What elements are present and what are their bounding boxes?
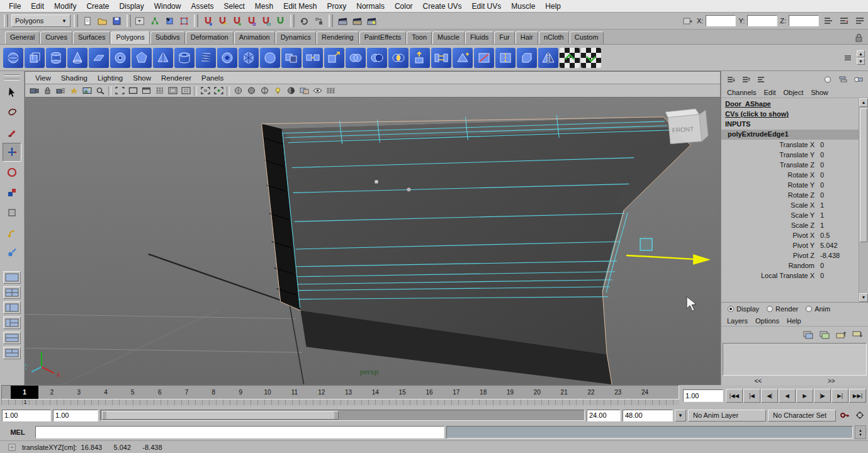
timeline-frame[interactable]: 21: [551, 386, 578, 399]
timeline-frame[interactable]: 9: [227, 386, 254, 399]
timeline-frame[interactable]: 10: [254, 386, 281, 399]
create-empty-layer-icon[interactable]: [802, 328, 815, 341]
channel-value[interactable]: 0: [820, 191, 824, 199]
tab-animation[interactable]: Animation: [234, 31, 275, 44]
tab-deformation[interactable]: Deformation: [186, 31, 234, 44]
collapse-left-button[interactable]: <<: [754, 378, 762, 384]
render-radio[interactable]: Render: [767, 305, 798, 313]
channel-layout-icon[interactable]: [740, 73, 753, 86]
collapse-right-button[interactable]: >>: [828, 378, 835, 384]
toolbox-grip[interactable]: [4, 79, 20, 81]
show-menu[interactable]: Show: [808, 89, 831, 96]
timeline-frame[interactable]: 5: [119, 386, 146, 399]
timeline-frame[interactable]: 4: [93, 386, 120, 399]
menu-item-mesh[interactable]: Mesh: [250, 1, 278, 12]
select-tool[interactable]: [3, 82, 21, 101]
channel-value[interactable]: -8.438: [820, 252, 840, 259]
channel-name[interactable]: Scale Y: [721, 211, 814, 219]
safe-title-icon[interactable]: [179, 85, 192, 96]
show-manipulator-tool[interactable]: [3, 243, 21, 262]
frame-all-icon[interactable]: [199, 85, 211, 96]
timeline-frame[interactable]: 20: [524, 386, 551, 399]
isolate-select-icon[interactable]: [311, 85, 324, 96]
tab-dynamics[interactable]: Dynamics: [276, 31, 316, 44]
menu-item-modify[interactable]: Modify: [49, 1, 81, 12]
shelf-poly-sphere-icon[interactable]: [3, 48, 23, 68]
timeline-frame[interactable]: 18: [470, 386, 497, 399]
character-set-dropdown[interactable]: No Character Set: [768, 410, 836, 422]
rotate-tool[interactable]: [3, 163, 21, 182]
playback-end-field[interactable]: [587, 410, 621, 422]
timeline-frame[interactable]: 3: [65, 386, 93, 399]
shape-node-header[interactable]: Door_AShape: [721, 99, 859, 109]
select-hierarchy-icon[interactable]: [149, 14, 162, 28]
timeline-frame[interactable]: 12: [308, 386, 335, 399]
render-settings-icon[interactable]: [365, 14, 378, 28]
tab-polygons[interactable]: Polygons: [111, 31, 149, 44]
shelf-insert-edge-loop-icon[interactable]: [495, 48, 516, 68]
resolution-gate-icon[interactable]: [127, 85, 139, 96]
step-forward-key-button[interactable]: |▶: [814, 389, 831, 403]
timeline-tick-strip[interactable]: 1: [1, 400, 679, 405]
command-line-scroll[interactable]: ▲▼: [855, 425, 866, 439]
go-to-start-button[interactable]: |◀◀: [726, 389, 743, 403]
timeline-frame[interactable]: 16: [416, 386, 443, 399]
tab-surfaces[interactable]: Surfaces: [73, 31, 110, 44]
universal-manipulator-tool[interactable]: [3, 203, 21, 222]
channel-value[interactable]: 1: [820, 201, 824, 209]
channel-name[interactable]: Scale X: [721, 201, 814, 209]
animation-start-field[interactable]: [2, 410, 51, 422]
go-to-end-button[interactable]: ▶▶|: [849, 389, 866, 403]
tab-custom[interactable]: Custom: [570, 31, 604, 44]
channel-value[interactable]: 0: [820, 262, 824, 269]
shelf-poly-cylinder-icon[interactable]: [46, 48, 66, 68]
menu-item-file[interactable]: File: [4, 1, 26, 12]
shelf-poly-torus-icon[interactable]: [110, 48, 130, 68]
field-chart-icon[interactable]: [153, 85, 166, 96]
channel-value[interactable]: 0: [820, 161, 824, 169]
channel-speed-icon[interactable]: [755, 73, 768, 86]
layer-move-up-icon[interactable]: [835, 328, 848, 341]
timeline-frame[interactable]: 7: [173, 386, 200, 399]
snap-to-grid-icon[interactable]: [201, 14, 215, 28]
section-grip[interactable]: [74, 14, 78, 27]
show-ui-toggle-2-icon[interactable]: [837, 14, 850, 28]
show-ui-toggle-1-icon[interactable]: [821, 14, 835, 28]
section-grip[interactable]: [4, 14, 8, 27]
shelf-extract-icon[interactable]: [324, 48, 344, 68]
tab-rendering[interactable]: Rendering: [317, 31, 359, 44]
input-node-name[interactable]: polyExtrudeEdge1: [721, 130, 859, 140]
channel-name[interactable]: Scale Z: [721, 221, 814, 229]
create-layer-from-selected-icon[interactable]: [818, 328, 831, 341]
channel-name[interactable]: Translate Y: [721, 151, 814, 159]
snap-to-projected-center-icon[interactable]: [245, 14, 258, 28]
bookmark-icon[interactable]: [67, 85, 80, 96]
current-time-field[interactable]: [683, 389, 723, 402]
step-back-frame-button[interactable]: |◀: [743, 389, 760, 403]
scrollbar-thumb[interactable]: [860, 108, 867, 242]
paint-selection-tool[interactable]: [3, 123, 21, 142]
range-slider-track[interactable]: [100, 410, 585, 421]
snap-to-curve-icon[interactable]: [216, 14, 229, 28]
object-menu[interactable]: Object: [780, 89, 806, 96]
scroll-down-icon[interactable]: ▼: [859, 293, 868, 302]
channel-name[interactable]: Pivot Y: [721, 242, 814, 249]
timeline-frame[interactable]: 24: [631, 386, 658, 399]
menu-item-proxy[interactable]: Proxy: [322, 1, 352, 12]
wireframe-display-icon[interactable]: [232, 85, 244, 96]
shelf-scroll-up-icon[interactable]: ▲: [857, 50, 865, 57]
playback-start-field[interactable]: [53, 410, 98, 422]
timeline-playhead[interactable]: 1: [11, 386, 38, 399]
shelf-lock-icon[interactable]: [852, 31, 865, 44]
panel-menu-show[interactable]: Show: [128, 74, 156, 82]
tab-fluids[interactable]: Fluids: [465, 31, 493, 44]
shelf-extrude-icon[interactable]: [410, 48, 430, 68]
toolbox-grip[interactable]: [4, 74, 20, 76]
shelf-poly-pipe-icon[interactable]: [174, 48, 194, 68]
four-pane-layout-button[interactable]: [3, 286, 21, 299]
shelf-uv-checker-a-icon[interactable]: [560, 48, 580, 68]
play-forwards-button[interactable]: ▶: [796, 389, 813, 403]
channel-name[interactable]: Rotate Y: [721, 181, 814, 189]
menu-item-window[interactable]: Window: [149, 1, 186, 12]
channel-value[interactable]: 1: [820, 211, 824, 219]
